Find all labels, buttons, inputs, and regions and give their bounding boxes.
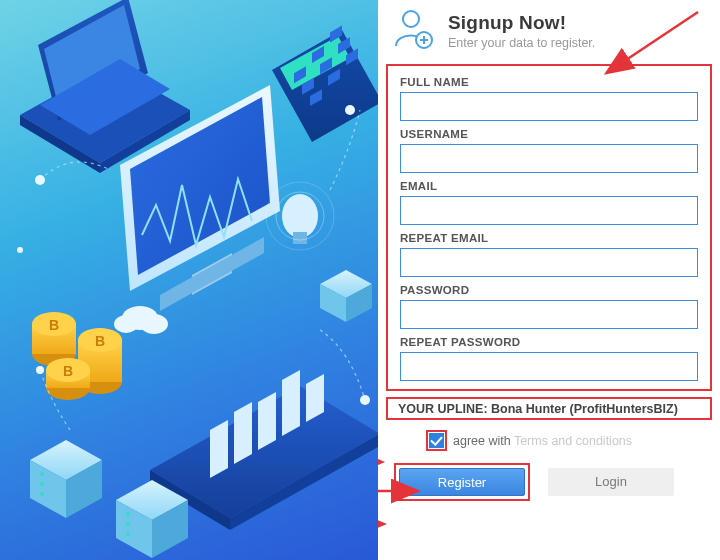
username-label: USERNAME: [400, 128, 698, 140]
svg-point-66: [360, 395, 370, 405]
svg-text:B: B: [63, 363, 73, 379]
svg-point-26: [114, 315, 138, 333]
svg-marker-43: [210, 420, 228, 478]
upline-text: YOUR UPLINE: Bona Hunter (ProfitHuntersB…: [398, 402, 678, 416]
user-add-icon: [390, 6, 436, 56]
signup-title: Signup Now!: [448, 12, 595, 34]
svg-point-58: [126, 522, 130, 526]
svg-marker-46: [282, 370, 300, 436]
svg-text:B: B: [49, 317, 59, 333]
svg-point-52: [40, 482, 44, 486]
repeat-email-label: REPEAT EMAIL: [400, 232, 698, 244]
svg-point-59: [126, 532, 130, 536]
upline-info: YOUR UPLINE: Bona Hunter (ProfitHuntersB…: [386, 397, 712, 420]
signup-subtitle: Enter your data to register.: [448, 36, 595, 50]
agree-checkbox[interactable]: [429, 433, 444, 448]
svg-point-21: [282, 194, 318, 238]
username-input[interactable]: [400, 144, 698, 173]
svg-point-65: [36, 366, 44, 374]
password-input[interactable]: [400, 300, 698, 329]
password-label: PASSWORD: [400, 284, 698, 296]
svg-rect-22: [293, 232, 307, 244]
svg-text:B: B: [95, 333, 105, 349]
svg-point-57: [126, 512, 130, 516]
svg-point-64: [345, 105, 355, 115]
login-button[interactable]: Login: [548, 468, 674, 496]
svg-marker-45: [258, 392, 276, 450]
repeat-email-input[interactable]: [400, 248, 698, 277]
svg-point-51: [40, 472, 44, 476]
svg-point-27: [140, 314, 168, 334]
signup-form: FULL NAME USERNAME EMAIL REPEAT EMAIL PA…: [386, 64, 712, 391]
email-input[interactable]: [400, 196, 698, 225]
svg-point-67: [17, 247, 23, 253]
terms-link[interactable]: Terms and conditions: [514, 434, 632, 448]
svg-point-53: [40, 492, 44, 496]
agree-label: agree with Terms and conditions: [453, 434, 632, 448]
register-button[interactable]: Register: [399, 468, 525, 496]
svg-point-63: [35, 175, 45, 185]
svg-point-68: [403, 11, 419, 27]
repeat-password-input[interactable]: [400, 352, 698, 381]
fullname-input[interactable]: [400, 92, 698, 121]
hero-illustration: B B B: [0, 0, 378, 560]
repeat-password-label: REPEAT PASSWORD: [400, 336, 698, 348]
email-label: EMAIL: [400, 180, 698, 192]
svg-marker-44: [234, 402, 252, 464]
fullname-label: FULL NAME: [400, 76, 698, 88]
